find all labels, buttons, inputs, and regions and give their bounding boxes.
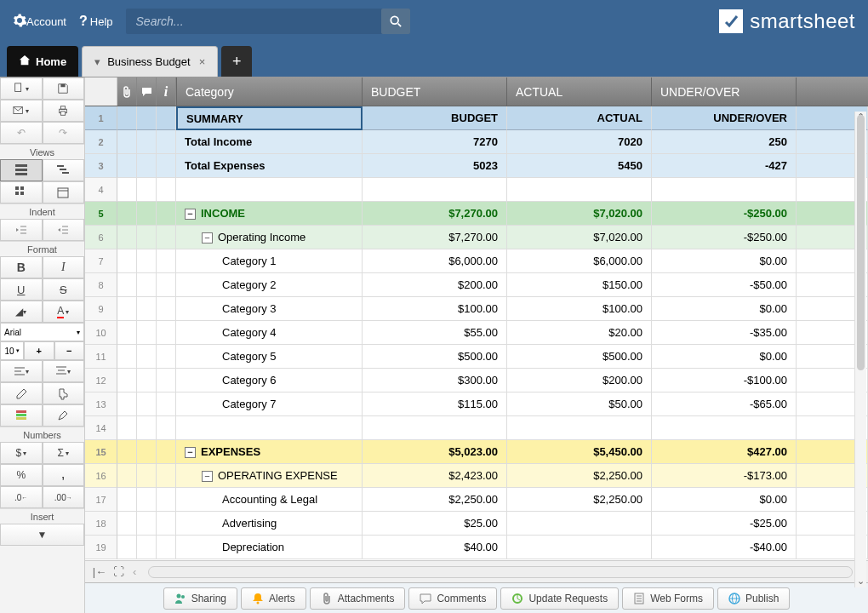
row-icon-cell[interactable] [137,536,157,559]
search-input[interactable] [126,14,381,28]
row-icon-cell[interactable] [117,321,137,345]
budget-cell[interactable]: $25.00 [363,512,507,536]
budget-cell[interactable]: BUDGET [363,106,507,130]
budget-cell[interactable]: $100.00 [363,297,507,321]
grid-row[interactable]: 14 [85,416,868,440]
font-size-select[interactable]: 10▾ [0,341,24,360]
row-icon-cell[interactable] [117,512,137,536]
underover-cell[interactable] [652,178,797,202]
add-tab-button[interactable]: + [221,46,252,77]
row-icon-cell[interactable] [157,106,176,130]
row-icon-cell[interactable] [137,321,157,345]
actual-cell[interactable] [507,416,652,440]
row-number[interactable]: 3 [85,154,117,178]
row-icon-cell[interactable] [157,130,176,154]
category-cell[interactable]: Category 6 [176,369,363,392]
row-number[interactable]: 16 [85,464,117,488]
goto-start-button[interactable]: |← [90,564,109,581]
actual-cell[interactable]: $50.00 [507,392,652,416]
row-icon-cell[interactable] [157,178,176,202]
grid-row[interactable]: 19Depreciation$40.00-$40.00 [85,536,868,559]
budget-cell[interactable] [363,178,507,202]
category-cell[interactable]: Category 3 [176,297,363,321]
budget-cell[interactable]: $115.00 [363,392,507,416]
row-icon-cell[interactable] [117,416,137,440]
collapse-icon[interactable]: − [185,209,196,220]
row-icon-cell[interactable] [137,106,157,130]
category-cell[interactable]: Total Expenses [176,154,363,178]
actual-cell[interactable]: $200.00 [507,369,652,392]
underover-cell[interactable]: $0.00 [652,488,797,512]
row-icon-cell[interactable] [157,369,176,392]
underover-cell[interactable]: -427 [652,154,797,178]
row-icon-cell[interactable] [137,130,157,154]
font-select[interactable]: Arial▾ [0,323,84,341]
row-icon-cell[interactable] [157,226,176,249]
underover-cell[interactable]: -$173.00 [652,464,797,488]
decrease-decimal-button[interactable]: .0← [0,486,43,508]
insert-more-button[interactable]: ▼ [0,524,84,546]
collapse-icon[interactable]: − [185,447,196,458]
sharing-button[interactable]: Sharing [163,587,237,610]
underover-cell[interactable]: 250 [652,130,797,154]
grid-row[interactable]: 2Total Income72707020250 [85,130,868,154]
underover-column-header[interactable]: UNDER/OVER [652,77,797,106]
align-button[interactable]: ▾ [0,360,43,382]
row-number[interactable]: 18 [85,512,117,536]
format-painter-button[interactable] [43,382,85,404]
underover-cell[interactable]: $0.00 [652,249,797,273]
row-number[interactable]: 19 [85,536,117,559]
actual-cell[interactable]: $6,000.00 [507,249,652,273]
fill-color-button[interactable]: ◢▾ [0,301,43,323]
print-button[interactable] [43,100,85,122]
save-button[interactable] [43,77,85,100]
grid-row[interactable]: 9Category 3$100.00$100.00$0.00 [85,297,868,321]
row-icon-cell[interactable] [137,226,157,249]
row-icon-cell[interactable] [117,392,137,416]
category-cell[interactable]: −OPERATING EXPENSE [176,464,363,488]
text-color-button[interactable]: A▾ [43,301,85,323]
underover-cell[interactable]: -$100.00 [652,369,797,392]
actual-cell[interactable]: $150.00 [507,273,652,297]
budget-cell[interactable]: 7270 [363,130,507,154]
row-icon-cell[interactable] [157,440,176,464]
sheet-tab[interactable]: ▾ Business Budget × [82,46,218,77]
attachment-column-icon[interactable] [117,77,137,106]
row-number[interactable]: 4 [85,178,117,202]
row-icon-cell[interactable] [117,464,137,488]
budget-cell[interactable]: $7,270.00 [363,202,507,226]
row-icon-cell[interactable] [157,202,176,226]
row-icon-cell[interactable] [117,440,137,464]
actual-cell[interactable]: $7,020.00 [507,226,652,249]
home-tab[interactable]: Home [7,46,78,77]
discussion-column-icon[interactable] [137,77,157,106]
row-icon-cell[interactable] [117,178,137,202]
row-number[interactable]: 1 [85,106,117,130]
currency-button[interactable]: $▾ [0,442,43,464]
actual-cell[interactable]: $20.00 [507,321,652,345]
new-button[interactable]: ▾ [0,77,43,100]
indent-button[interactable] [43,219,85,241]
actual-cell[interactable]: $500.00 [507,345,652,369]
actual-cell[interactable]: $7,020.00 [507,202,652,226]
actual-column-header[interactable]: ACTUAL [507,77,652,106]
actual-cell[interactable] [507,178,652,202]
row-icon-cell[interactable] [157,464,176,488]
row-icon-cell[interactable] [117,130,137,154]
budget-cell[interactable]: $6,000.00 [363,249,507,273]
grid-view-button[interactable] [0,159,43,181]
row-icon-cell[interactable] [137,512,157,536]
underover-cell[interactable]: UNDER/OVER [652,106,797,130]
budget-cell[interactable]: $500.00 [363,345,507,369]
vertical-scrollbar[interactable]: ⌃ ⌄ [854,112,866,587]
row-icon-cell[interactable] [117,226,137,249]
row-icon-cell[interactable] [117,488,137,512]
actual-cell[interactable]: ACTUAL [507,106,652,130]
underover-cell[interactable] [652,416,797,440]
row-icon-cell[interactable] [137,297,157,321]
attachments-button[interactable]: Attachments [310,587,406,610]
category-cell[interactable]: Category 4 [176,321,363,345]
grid-row[interactable]: 5−INCOME$7,270.00$7,020.00-$250.00 [85,202,868,226]
row-icon-cell[interactable] [117,536,137,559]
underover-cell[interactable]: $427.00 [652,440,797,464]
